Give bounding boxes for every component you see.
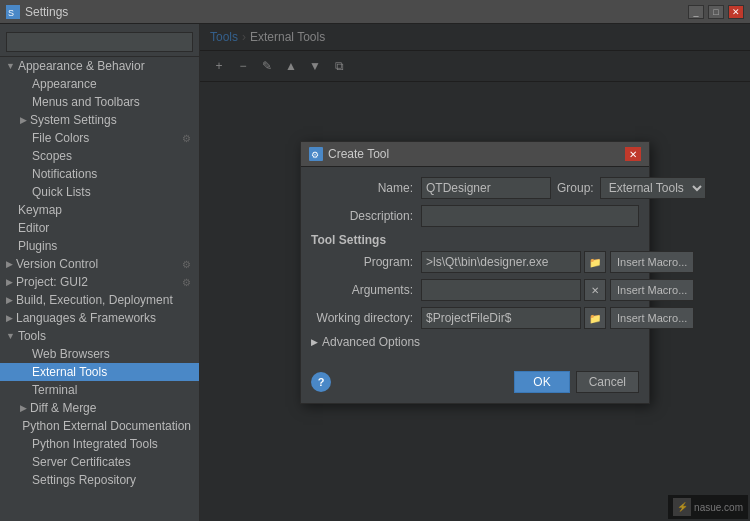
expand-arrow: ▶ [6,295,13,305]
sidebar-item-server-certificates[interactable]: Server Certificates [0,453,199,471]
expand-arrow: ▶ [6,313,13,323]
program-browse-button[interactable]: 📁 [584,251,606,273]
expand-arrow: ▼ [6,61,15,71]
svg-text:⚙: ⚙ [311,150,319,160]
sidebar-item-label: Server Certificates [32,455,131,469]
program-input[interactable] [421,251,581,273]
title-bar: S Settings _ □ ✕ [0,0,750,24]
sidebar-item-label: Appearance & Behavior [18,59,145,73]
sidebar-item-label: File Colors [32,131,89,145]
sidebar-item-build-execution[interactable]: ▶Build, Execution, Deployment [0,291,199,309]
working-dir-browse-button[interactable]: 📁 [584,307,606,329]
sidebar-item-notifications[interactable]: Notifications [0,165,199,183]
ok-button[interactable]: OK [514,371,569,393]
program-input-group: 📁 [421,251,606,273]
sidebar-search-container [0,28,199,57]
sidebar-item-label: External Tools [32,365,107,379]
dialog-title-bar: ⚙ Create Tool ✕ [301,142,649,167]
sidebar-item-diff-merge[interactable]: ▶Diff & Merge [0,399,199,417]
sidebar-item-keymap[interactable]: Keymap [0,201,199,219]
working-dir-row: Working directory: 📁 Insert Macro... [311,307,639,329]
name-group-row: Name: Group: External Tools [311,177,639,199]
sidebar-item-label: Terminal [32,383,77,397]
sidebar-item-label: Languages & Frameworks [16,311,156,325]
minimize-button[interactable]: _ [688,5,704,19]
program-insert-macro-button[interactable]: Insert Macro... [610,251,694,273]
description-label: Description: [311,209,421,223]
title-bar-text: Settings [25,5,688,19]
app-icon: S [6,5,20,19]
sidebar-item-terminal[interactable]: Terminal [0,381,199,399]
sidebar-item-label: System Settings [30,113,117,127]
sidebar-item-settings-repository[interactable]: Settings Repository [0,471,199,489]
expand-arrow: ▼ [6,331,15,341]
sidebar-item-tools[interactable]: ▼Tools [0,327,199,345]
program-label: Program: [311,255,421,269]
main-layout: ▼Appearance & BehaviorAppearanceMenus an… [0,24,750,521]
sidebar-item-project-gui2[interactable]: ▶Project: GUI2⚙ [0,273,199,291]
description-row: Description: [311,205,639,227]
search-input[interactable] [6,32,193,52]
sidebar-item-file-colors[interactable]: File Colors⚙ [0,129,199,147]
advanced-options-label: Advanced Options [322,335,420,349]
settings-icon: ⚙ [182,259,191,270]
svg-text:S: S [8,8,14,18]
sidebar-item-appearance-behavior[interactable]: ▼Appearance & Behavior [0,57,199,75]
sidebar-item-web-browsers[interactable]: Web Browsers [0,345,199,363]
expand-arrow: ▶ [20,403,27,413]
advanced-options-arrow: ▶ [311,337,318,347]
sidebar-item-menus-toolbars[interactable]: Menus and Toolbars [0,93,199,111]
dialog-overlay: ⚙ Create Tool ✕ Name: Group: External To… [200,24,750,521]
sidebar-item-system-settings[interactable]: ▶System Settings [0,111,199,129]
sidebar-item-version-control[interactable]: ▶Version Control⚙ [0,255,199,273]
working-dir-input[interactable] [421,307,581,329]
title-bar-controls: _ □ ✕ [688,5,744,19]
sidebar-item-label: Appearance [32,77,97,91]
sidebar-item-label: Scopes [32,149,72,163]
dialog-title-label: Create Tool [328,147,389,161]
sidebar-item-languages-frameworks[interactable]: ▶Languages & Frameworks [0,309,199,327]
sidebar-items: ▼Appearance & BehaviorAppearanceMenus an… [0,57,199,489]
sidebar-item-editor[interactable]: Editor [0,219,199,237]
working-dir-label: Working directory: [311,311,421,325]
sidebar-item-python-integrated-tools[interactable]: Python Integrated Tools [0,435,199,453]
content-area: Tools › External Tools + − ✎ ▲ ▼ ⧉ ⚙ Cre… [200,24,750,521]
footer-buttons: OK Cancel [514,371,639,393]
sidebar-item-label: Plugins [18,239,57,253]
settings-icon: ⚙ [182,133,191,144]
settings-icon: ⚙ [182,277,191,288]
program-row: Program: 📁 Insert Macro... [311,251,639,273]
sidebar-item-python-external-doc[interactable]: Python External Documentation [0,417,199,435]
sidebar-item-label: Tools [18,329,46,343]
working-dir-input-group: 📁 [421,307,606,329]
name-input[interactable] [421,177,551,199]
dialog-icon: ⚙ [309,147,323,161]
dialog-close-button[interactable]: ✕ [625,147,641,161]
sidebar-item-plugins[interactable]: Plugins [0,237,199,255]
help-button[interactable]: ? [311,372,331,392]
sidebar-item-label: Quick Lists [32,185,91,199]
maximize-button[interactable]: □ [708,5,724,19]
arguments-input[interactable] [421,279,581,301]
close-button[interactable]: ✕ [728,5,744,19]
sidebar-item-external-tools[interactable]: External Tools [0,363,199,381]
group-label: Group: [557,181,594,195]
sidebar-item-label: Menus and Toolbars [32,95,140,109]
arguments-browse-button[interactable]: ✕ [584,279,606,301]
arguments-row: Arguments: ✕ Insert Macro... [311,279,639,301]
sidebar-item-scopes[interactable]: Scopes [0,147,199,165]
working-dir-insert-macro-button[interactable]: Insert Macro... [610,307,694,329]
expand-arrow: ▶ [6,277,13,287]
sidebar: ▼Appearance & BehaviorAppearanceMenus an… [0,24,200,521]
expand-arrow: ▶ [20,115,27,125]
cancel-button[interactable]: Cancel [576,371,639,393]
sidebar-item-quick-lists[interactable]: Quick Lists [0,183,199,201]
dialog-title-text: ⚙ Create Tool [309,147,389,161]
arguments-insert-macro-button[interactable]: Insert Macro... [610,279,694,301]
description-input[interactable] [421,205,639,227]
sidebar-item-label: Build, Execution, Deployment [16,293,173,307]
sidebar-item-appearance[interactable]: Appearance [0,75,199,93]
advanced-options-row[interactable]: ▶ Advanced Options [311,335,639,349]
sidebar-item-label: Notifications [32,167,97,181]
group-select[interactable]: External Tools [600,177,706,199]
